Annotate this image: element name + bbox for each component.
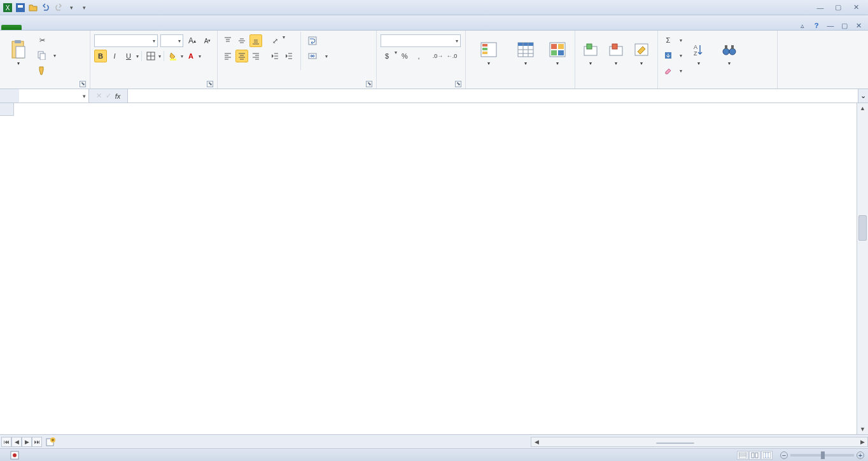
- enter-formula-icon[interactable]: ✓: [106, 92, 111, 100]
- scroll-right-icon[interactable]: ▶: [857, 439, 867, 445]
- file-tab[interactable]: [1, 25, 22, 30]
- align-left-icon[interactable]: [221, 50, 234, 62]
- zoom-slider[interactable]: [790, 454, 854, 457]
- align-middle-icon[interactable]: [235, 34, 248, 47]
- close-button[interactable]: ✕: [849, 3, 863, 12]
- zoom-in-icon[interactable]: +: [857, 451, 864, 459]
- last-sheet-icon[interactable]: ⏭: [32, 437, 42, 447]
- prev-sheet-icon[interactable]: ◀: [11, 437, 22, 447]
- first-sheet-icon[interactable]: ⏮: [1, 437, 11, 447]
- insert-cells-button[interactable]: ▾: [579, 32, 602, 74]
- border-button[interactable]: [144, 50, 157, 62]
- format-painter-button[interactable]: [36, 64, 56, 78]
- increase-indent-icon[interactable]: [283, 50, 295, 62]
- paste-button[interactable]: ▾: [4, 32, 33, 74]
- win-restore-icon[interactable]: ▢: [840, 21, 849, 30]
- page-layout-view-icon[interactable]: [749, 451, 760, 460]
- folder-icon[interactable]: [28, 3, 38, 13]
- number-dialog-icon[interactable]: ⬊: [455, 81, 461, 87]
- win-close-icon[interactable]: ✕: [854, 21, 863, 30]
- italic-button[interactable]: I: [108, 50, 121, 62]
- underline-button[interactable]: U: [122, 50, 135, 62]
- cut-button[interactable]: ✂: [36, 33, 56, 47]
- hscroll-thumb[interactable]: [656, 443, 694, 444]
- name-box[interactable]: [19, 89, 89, 103]
- fill-color-button[interactable]: [167, 50, 179, 62]
- save-icon[interactable]: [15, 3, 25, 13]
- increase-font-icon[interactable]: A▴: [186, 34, 199, 47]
- bold-button[interactable]: B: [94, 50, 107, 62]
- group-alignment: ⤢▾ ▾ ⬊: [218, 31, 377, 89]
- clear-button[interactable]: ▾: [662, 64, 682, 78]
- cells-area[interactable]: [14, 116, 857, 434]
- align-top-icon[interactable]: [221, 34, 234, 47]
- delete-cells-button[interactable]: ▾: [605, 32, 627, 74]
- normal-view-icon[interactable]: [737, 451, 748, 460]
- merge-center-button[interactable]: ▾: [306, 50, 328, 62]
- expand-formula-bar-icon[interactable]: ⌄: [858, 89, 868, 103]
- number-format-combo[interactable]: [381, 34, 461, 47]
- comma-icon[interactable]: ,: [412, 50, 425, 62]
- undo-icon[interactable]: [41, 3, 51, 13]
- qat-sep-icon[interactable]: ▾: [79, 3, 89, 13]
- ribbon-tabs: ▵ ? — ▢ ✕: [0, 15, 868, 31]
- minimize-button[interactable]: —: [813, 3, 827, 12]
- fx-icon[interactable]: fx: [115, 92, 121, 100]
- restore-button[interactable]: ▢: [831, 3, 845, 12]
- cell-styles-button[interactable]: ▾: [543, 32, 571, 74]
- svg-rect-60: [612, 44, 617, 49]
- copy-button[interactable]: ▾: [36, 48, 56, 62]
- minimize-ribbon-icon[interactable]: ▵: [798, 21, 807, 30]
- decrease-decimal-icon[interactable]: ←.0: [445, 50, 458, 62]
- zoom-out-icon[interactable]: −: [780, 451, 788, 459]
- svg-point-66: [729, 48, 736, 55]
- fill-icon: [662, 49, 675, 62]
- copy-icon: [36, 49, 48, 62]
- find-select-button[interactable]: ▾: [715, 32, 743, 74]
- scroll-down-icon[interactable]: ▼: [857, 424, 868, 434]
- clipboard-dialog-icon[interactable]: ⬊: [80, 81, 86, 87]
- ribbon: ▾ ✂ ▾ ⬊ A▴ A▾ B I U▾ ▾: [0, 31, 868, 89]
- scroll-thumb[interactable]: [858, 215, 867, 241]
- macro-record-icon[interactable]: [10, 451, 19, 460]
- win-min-icon[interactable]: —: [826, 21, 835, 30]
- format-as-table-button[interactable]: ▾: [510, 32, 541, 74]
- new-sheet-icon[interactable]: [45, 437, 57, 447]
- align-bottom-icon[interactable]: [249, 34, 262, 47]
- decrease-font-icon[interactable]: A▾: [201, 34, 214, 47]
- increase-decimal-icon[interactable]: .0→: [431, 50, 444, 62]
- brush-icon: [36, 64, 48, 77]
- qat-more-icon[interactable]: ▾: [66, 3, 76, 13]
- page-break-view-icon[interactable]: [761, 451, 773, 460]
- cancel-formula-icon[interactable]: ✕: [96, 92, 102, 100]
- vertical-scrollbar[interactable]: ▲ ▼: [857, 103, 868, 434]
- align-right-icon[interactable]: [249, 50, 262, 62]
- percent-icon[interactable]: %: [398, 50, 411, 62]
- row-headers: [0, 116, 14, 434]
- help-icon[interactable]: ?: [812, 21, 821, 30]
- scroll-up-icon[interactable]: ▲: [857, 103, 868, 113]
- redo-icon[interactable]: [53, 3, 64, 13]
- fill-button[interactable]: ▾: [662, 48, 682, 62]
- decrease-indent-icon[interactable]: [269, 50, 281, 62]
- accounting-icon[interactable]: $: [381, 50, 393, 62]
- align-center-icon[interactable]: [235, 50, 248, 62]
- svg-rect-55: [551, 50, 557, 55]
- alignment-dialog-icon[interactable]: ⬊: [366, 81, 372, 87]
- wrap-text-button[interactable]: [306, 34, 328, 47]
- horizontal-scrollbar[interactable]: ◀ ▶: [531, 437, 868, 447]
- svg-rect-78: [763, 452, 771, 458]
- conditional-formatting-button[interactable]: ▾: [470, 32, 508, 74]
- format-cells-button[interactable]: ▾: [629, 32, 654, 74]
- font-size-combo[interactable]: [160, 34, 183, 47]
- next-sheet-icon[interactable]: ▶: [22, 437, 32, 447]
- sort-filter-button[interactable]: AZ▾: [685, 32, 713, 74]
- font-name-combo[interactable]: [94, 34, 158, 47]
- scroll-left-icon[interactable]: ◀: [531, 439, 542, 445]
- font-dialog-icon[interactable]: ⬊: [207, 81, 213, 87]
- autosum-button[interactable]: Σ▾: [662, 33, 682, 47]
- font-color-button[interactable]: A: [185, 50, 197, 62]
- select-all-corner[interactable]: [0, 103, 14, 116]
- formula-input[interactable]: [127, 89, 858, 103]
- orientation-icon[interactable]: ⤢: [269, 34, 281, 47]
